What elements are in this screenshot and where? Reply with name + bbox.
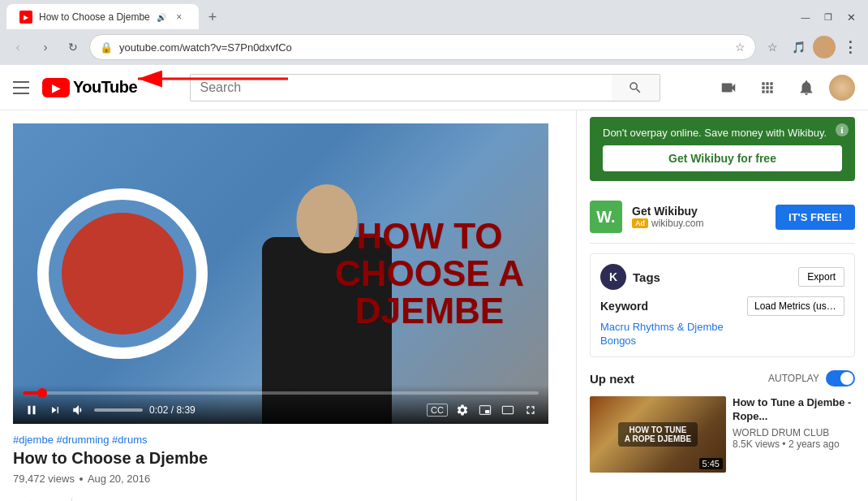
progress-bar[interactable] <box>23 391 539 395</box>
wikibuy-get-free-button[interactable]: Get Wikibuy for free <box>603 145 842 171</box>
svg-rect-3 <box>485 410 489 413</box>
ad-badge: Ad <box>632 218 648 228</box>
up-next-header: Up next AUTOPLAY <box>590 370 855 387</box>
video-info: #djembe #drumming #drums How to Choose a… <box>13 424 548 501</box>
youtube-page: YouTube <box>0 65 868 501</box>
like-dislike-divider <box>71 498 72 502</box>
youtube-logo-icon <box>42 78 70 97</box>
bookmark-star-icon[interactable]: ☆ <box>735 41 746 54</box>
time-display: 0:02 / 8:39 <box>149 404 196 416</box>
video-actions: 1K 43 SHARE SAVE <box>13 495 548 501</box>
fullscreen-button[interactable] <box>522 402 539 418</box>
search-input[interactable] <box>190 74 612 101</box>
save-button[interactable]: SAVE <box>217 495 284 502</box>
video-hashtags[interactable]: #djembe #drumming #drums <box>13 434 548 446</box>
navigation-bar: ‹ › ↻ 🔒 ☆ ☆ 🎵 ⋮ <box>0 29 868 65</box>
new-tab-button[interactable]: + <box>202 6 224 29</box>
captions-button[interactable]: CC <box>427 404 448 417</box>
controls-row: 0:02 / 8:39 CC <box>23 401 539 419</box>
search-container <box>190 74 660 101</box>
search-button[interactable] <box>612 74 660 101</box>
keyword-row: Keyword Load Metrics (uses 2 c <box>600 296 844 316</box>
wikibuy-ad-banner: Don't overpay online. Save money with Wi… <box>590 117 855 181</box>
address-bar-container[interactable]: 🔒 ☆ <box>89 34 756 60</box>
like-button[interactable]: 1K <box>13 495 65 502</box>
next-button[interactable] <box>47 402 63 418</box>
wikibuy-domain: wikibuy.com <box>651 218 703 229</box>
close-button[interactable]: ✕ <box>840 9 862 25</box>
next-video-views: 8.5K views • 2 years ago <box>733 438 855 450</box>
tab-audio-icon: 🔊 <box>157 13 166 22</box>
svg-rect-5 <box>502 406 513 411</box>
settings-button[interactable] <box>454 402 471 418</box>
address-bar-input[interactable] <box>119 41 728 54</box>
next-video-item[interactable]: HOW TO TUNEA ROPE DJEMBE 5:45 How to Tun… <box>590 396 855 473</box>
notifications-button[interactable] <box>790 71 823 104</box>
wikibuy-logo-icon: W. <box>590 201 622 233</box>
youtube-logo[interactable]: YouTube <box>42 78 137 97</box>
profile-icon[interactable] <box>813 36 836 58</box>
dislike-button[interactable]: 43 <box>79 495 129 502</box>
extensions-button[interactable]: ☆ <box>761 36 784 58</box>
autoplay-label: AUTOPLAY <box>768 373 819 384</box>
more-options-button[interactable]: ⋮ <box>839 36 862 58</box>
browser-tab[interactable]: How to Choose a Djembe 🔊 × <box>6 4 199 30</box>
wikibuy-card: W. Get Wikibuy Ad wikibuy.com IT'S FREE! <box>590 191 855 244</box>
back-button[interactable]: ‹ <box>6 36 29 58</box>
browser-frame: How to Choose a Djembe 🔊 × + — ❐ ✕ ‹ › ↻… <box>0 0 868 501</box>
tag-link-2[interactable]: Bongos <box>600 335 844 347</box>
ad-banner-text: Don't overpay online. Save money with Wi… <box>603 127 842 139</box>
wikibuy-meta: Ad wikibuy.com <box>632 218 766 229</box>
volume-button[interactable] <box>70 401 88 419</box>
play-pause-button[interactable] <box>23 401 41 419</box>
load-metrics-button[interactable]: Load Metrics (uses 2 c <box>747 296 844 316</box>
youtube-logo-text: YouTube <box>73 78 137 97</box>
volume-slider[interactable] <box>94 408 143 412</box>
next-video-duration: 5:45 <box>699 458 723 469</box>
tags-title-row: K Tags <box>600 264 660 290</box>
view-count: 79,472 views <box>13 473 75 485</box>
next-thumb-text: HOW TO TUNEA ROPE DJEMBE <box>618 422 698 447</box>
next-video-title: How to Tune a Djembe - Rope... <box>733 396 855 424</box>
main-video-area: HOW TOCHOOSE ADJEMBE <box>0 110 576 501</box>
up-next-title: Up next <box>590 372 634 386</box>
progress-dot <box>37 388 47 398</box>
header-icons <box>712 71 855 104</box>
tags-section: K Tags Export Keyword Load Metrics (uses… <box>590 253 855 357</box>
forward-button[interactable]: › <box>34 36 57 58</box>
miniplayer-button[interactable] <box>477 402 493 418</box>
next-video-channel: WORLD DRUM CLUB <box>733 427 855 438</box>
svg-rect-4 <box>502 406 513 413</box>
youtube-header: YouTube <box>0 65 868 110</box>
ad-info-button[interactable]: ℹ <box>836 123 849 136</box>
nav-extras: ☆ 🎵 ⋮ <box>761 36 862 58</box>
wikibuy-title: Get Wikibuy <box>632 205 766 218</box>
theater-mode-button[interactable] <box>500 402 516 418</box>
autoplay-toggle[interactable] <box>826 370 855 387</box>
video-meta: 79,472 views Aug 20, 2016 <box>13 473 548 485</box>
tag-link-1[interactable]: Macru Rhythms & Djembe <box>600 321 844 333</box>
reload-button[interactable]: ↻ <box>62 36 84 58</box>
bg-circle <box>37 188 208 359</box>
wikibuy-info: Get Wikibuy Ad wikibuy.com <box>632 205 766 229</box>
upload-video-button[interactable] <box>712 71 745 104</box>
export-button[interactable]: Export <box>798 267 844 287</box>
hamburger-line <box>13 93 29 94</box>
tab-close-button[interactable]: × <box>173 11 186 24</box>
next-video-thumbnail: HOW TO TUNEA ROPE DJEMBE 5:45 <box>590 396 726 473</box>
share-button[interactable]: SHARE <box>135 495 211 502</box>
hamburger-menu-button[interactable] <box>13 81 29 94</box>
video-controls: 0:02 / 8:39 CC <box>13 385 548 424</box>
media-controls-icon[interactable]: 🎵 <box>787 36 810 58</box>
right-controls: CC <box>427 402 539 418</box>
tab-title: How to Choose a Djembe <box>39 11 150 23</box>
maximize-button[interactable]: ❐ <box>818 9 839 25</box>
its-free-button[interactable]: IT'S FREE! <box>776 205 855 230</box>
tags-header: K Tags Export <box>600 264 844 290</box>
more-actions-button[interactable]: ••• <box>290 495 314 501</box>
video-player[interactable]: HOW TOCHOOSE ADJEMBE <box>13 123 548 424</box>
up-next-section: Up next AUTOPLAY HOW TO TUNEA ROPE DJEMB… <box>590 370 855 473</box>
apps-button[interactable] <box>751 71 784 104</box>
minimize-button[interactable]: — <box>795 9 816 25</box>
user-avatar[interactable] <box>829 75 855 101</box>
